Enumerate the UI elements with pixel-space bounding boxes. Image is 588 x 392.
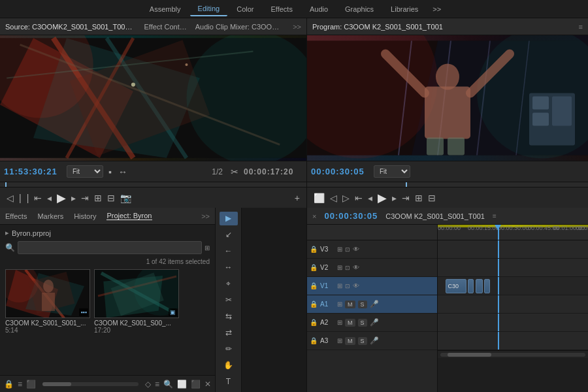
prog-icon-1[interactable]: ⬜ bbox=[312, 193, 326, 203]
tool-hand[interactable]: ✋ bbox=[220, 358, 238, 372]
timeline-scrollbar[interactable] bbox=[438, 350, 588, 358]
tool-track-select[interactable]: ↙ bbox=[220, 228, 238, 242]
prog-extract[interactable]: ⊟ bbox=[427, 193, 437, 203]
track-a2-lock[interactable]: 🔒 bbox=[310, 319, 318, 326]
source-goto-out[interactable]: ⇥ bbox=[80, 193, 90, 203]
program-header-more[interactable]: ≡ bbox=[579, 23, 583, 31]
source-goto-in[interactable]: ⇤ bbox=[33, 193, 43, 203]
track-a3-lock[interactable]: 🔒 bbox=[310, 337, 318, 344]
workspace-more-button[interactable]: >> bbox=[427, 3, 446, 16]
source-header-more[interactable]: >> bbox=[293, 23, 301, 31]
tool-pen[interactable]: ✏ bbox=[220, 342, 238, 355]
track-a2-mute[interactable]: M bbox=[345, 319, 355, 327]
track-v2-eye[interactable]: ⊞ bbox=[337, 264, 342, 271]
source-clip-tab[interactable]: Source: C3OOMK2_S001_S001_T002.MOV bbox=[5, 23, 136, 31]
tab-editing[interactable]: Editing bbox=[190, 2, 228, 16]
audio-clip-mixer-tab[interactable]: Audio Clip Mixer: C3OOM K2_ bbox=[195, 23, 285, 31]
timeline-sequence-more[interactable]: ≡ bbox=[493, 212, 497, 220]
track-a3-eye[interactable]: ⊞ bbox=[337, 337, 342, 344]
icon-view-icon[interactable]: ⬛ bbox=[26, 380, 36, 389]
track-v3-vis[interactable]: 👁 bbox=[353, 246, 359, 253]
source-icon-3[interactable]: ✂ bbox=[229, 167, 240, 177]
source-step-fwd[interactable]: ▸ bbox=[70, 193, 77, 203]
track-v2-lock[interactable]: 🔒 bbox=[310, 264, 318, 271]
sort-icon[interactable]: ≡ bbox=[155, 380, 159, 389]
tab-audio[interactable]: Audio bbox=[302, 3, 336, 16]
new-bin-icon[interactable]: 🔒 bbox=[4, 380, 14, 389]
track-v2-sync[interactable]: ⊡ bbox=[345, 265, 350, 271]
track-v3-sync[interactable]: ⊡ bbox=[345, 246, 350, 253]
tool-type[interactable]: T bbox=[220, 374, 238, 388]
source-overwrite[interactable]: ⊟ bbox=[106, 193, 116, 203]
track-a2-solo[interactable]: S bbox=[358, 319, 367, 327]
new-item-icon[interactable]: ⬜ bbox=[177, 380, 187, 389]
source-insert[interactable]: ⊞ bbox=[93, 193, 103, 203]
tab-color[interactable]: Color bbox=[229, 3, 261, 16]
prog-mark-out[interactable]: ▷ bbox=[341, 193, 351, 203]
clip-v1-4[interactable] bbox=[484, 279, 490, 293]
thumbnail-item-1[interactable]: ▪▪▪ C3OOM K2_S001_S001_... 5:14 bbox=[5, 269, 90, 334]
tool-select[interactable]: ▶ bbox=[220, 212, 238, 225]
clip-v1-3[interactable] bbox=[476, 279, 483, 293]
track-a1-mic[interactable]: 🎤 bbox=[370, 300, 379, 308]
scrollbar-thumb[interactable] bbox=[448, 353, 491, 357]
track-v1-vis[interactable]: 👁 bbox=[353, 282, 359, 289]
track-a1-mute[interactable]: M bbox=[345, 301, 355, 308]
source-fit-select[interactable]: Fit 25% 50% 75% 100% bbox=[67, 165, 103, 178]
zoom-slider[interactable] bbox=[42, 382, 139, 386]
delete-icon[interactable]: ✕ bbox=[204, 380, 211, 389]
track-v3-lock[interactable]: 🔒 bbox=[310, 246, 318, 253]
tab-assembly[interactable]: Assembly bbox=[142, 3, 189, 16]
effects-panel-more[interactable]: >> bbox=[201, 212, 210, 220]
prog-mark-in[interactable]: ◁ bbox=[329, 193, 338, 203]
tool-razor[interactable]: ✂ bbox=[220, 293, 238, 307]
tool-ripple[interactable]: ← bbox=[220, 244, 238, 258]
track-v1-eye[interactable]: ⊞ bbox=[337, 282, 342, 289]
clip-v1-2[interactable] bbox=[468, 279, 474, 293]
filter-icon[interactable]: ⊞ bbox=[204, 244, 210, 252]
effect-controls-tab[interactable]: Effect Controls bbox=[144, 23, 187, 31]
track-a3-mute[interactable]: M bbox=[345, 337, 355, 345]
clip-v1-1[interactable]: C30 bbox=[446, 279, 466, 293]
timeline-timecode[interactable]: 00:00:30:05 bbox=[324, 211, 378, 221]
tab-libraries[interactable]: Libraries bbox=[383, 3, 426, 16]
prog-goto-out[interactable]: ⇥ bbox=[400, 193, 411, 203]
track-v3-eye[interactable]: ⊞ bbox=[337, 246, 342, 253]
tab-history[interactable]: History bbox=[74, 212, 96, 220]
track-a3-mic[interactable]: 🎤 bbox=[370, 336, 379, 345]
source-mark-in[interactable]: ◁ bbox=[5, 193, 15, 203]
thumbnail-item-2[interactable]: ▣ C3OOM K2_S001_S00_... 17:20 bbox=[94, 269, 179, 334]
tab-graphics[interactable]: Graphics bbox=[337, 3, 382, 16]
tab-effects-panel[interactable]: Effects bbox=[5, 212, 27, 220]
track-a1-eye[interactable]: ⊞ bbox=[337, 301, 342, 308]
program-clip-tab[interactable]: Program: C3OOM K2_S001_S001_T001 bbox=[312, 23, 443, 31]
track-a2-eye[interactable]: ⊞ bbox=[337, 319, 342, 326]
tab-effects[interactable]: Effects bbox=[263, 3, 300, 16]
source-icon-1[interactable]: ▪ bbox=[107, 167, 113, 177]
list-view-icon[interactable]: ≡ bbox=[18, 380, 22, 389]
prog-play[interactable]: ▶ bbox=[376, 191, 388, 205]
source-mark-split[interactable]: | bbox=[18, 193, 23, 203]
program-fit-select[interactable]: Fit 25% 50% 75% 100% bbox=[374, 165, 410, 178]
track-a3-solo[interactable]: S bbox=[358, 337, 367, 345]
prog-goto-in[interactable]: ⇤ bbox=[353, 193, 364, 203]
prog-step-fwd[interactable]: ▸ bbox=[391, 193, 398, 203]
source-add-marker[interactable]: + bbox=[293, 193, 301, 203]
tool-rate-stretch[interactable]: ⌖ bbox=[220, 277, 238, 291]
source-play[interactable]: ▶ bbox=[56, 191, 67, 205]
track-v1-sync[interactable]: ⊡ bbox=[345, 283, 350, 289]
tool-slide[interactable]: ⇄ bbox=[220, 325, 238, 339]
source-icon-2[interactable]: ↔ bbox=[117, 167, 129, 177]
track-a1-solo[interactable]: S bbox=[358, 301, 367, 308]
scrollbar-track[interactable] bbox=[440, 353, 585, 357]
prog-lift[interactable]: ⊞ bbox=[414, 193, 424, 203]
source-camera[interactable]: 📷 bbox=[119, 193, 133, 203]
tab-project[interactable]: Project: Byron bbox=[106, 212, 152, 220]
tab-markers[interactable]: Markers bbox=[37, 212, 63, 220]
track-v1-lock[interactable]: 🔒 bbox=[310, 282, 318, 289]
tool-rolling[interactable]: ↔ bbox=[220, 261, 238, 274]
tool-slip[interactable]: ⇆ bbox=[220, 309, 238, 323]
clear-icon[interactable]: ⬛ bbox=[191, 380, 201, 389]
source-mark-split2[interactable]: | bbox=[25, 193, 31, 203]
freeform-icon[interactable]: ◇ bbox=[145, 380, 151, 389]
